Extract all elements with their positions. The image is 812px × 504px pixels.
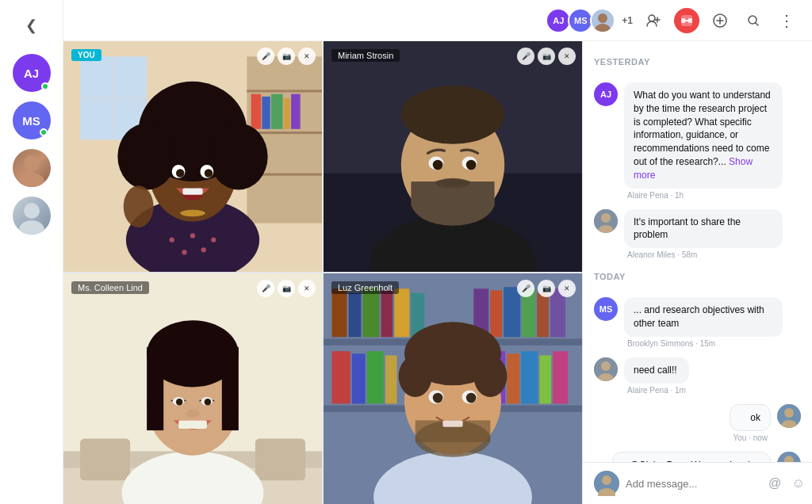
cam-ctrl[interactable]: 📷 [278,280,295,297]
msg-meta-ok: You · now [730,433,771,442]
msg-content-ok: ok You · now [730,404,771,443]
svg-point-55 [466,160,477,170]
header: AJ MS +1 [63,0,812,41]
svg-point-2 [24,203,40,219]
svg-rect-19 [271,94,283,129]
message-input[interactable] [626,478,759,490]
msg-content-need-call: need call!! Alaire Pena · 1m [624,357,689,395]
svg-point-103 [399,355,432,397]
mic-ctrl[interactable]: 🎤 [517,280,534,297]
svg-point-37 [180,210,205,216]
search-button[interactable] [741,8,766,33]
svg-rect-80 [362,287,379,337]
you-badge: YOU [71,49,102,61]
svg-rect-60 [80,439,130,481]
svg-point-29 [117,123,176,189]
msg-avatar-ms: MS [594,297,618,321]
msg-content-ms: ... and research objectives with other t… [624,297,783,348]
cam-ctrl[interactable]: 📷 [538,280,555,297]
screen-share-button[interactable] [707,8,733,33]
svg-point-5 [595,24,611,32]
svg-rect-98 [553,351,568,403]
end-call-button[interactable] [674,8,699,33]
chat-input-icons: @ ☺ [765,474,812,493]
sidebar-item-ms[interactable]: MS [13,101,51,139]
svg-rect-88 [537,293,549,338]
sidebar-item-user3[interactable] [13,149,51,187]
message-eleanor: It's important to share the problem Alea… [594,209,801,260]
svg-rect-72 [178,420,207,429]
msg-meta-ms: Brooklyn Simmons · 15m [624,339,783,348]
svg-point-113 [601,213,611,223]
participant-name-colleen: Ms. Colleen Lind [71,281,149,294]
svg-rect-14 [247,90,322,92]
close-ctrl[interactable]: ✕ [298,48,316,65]
cell-controls-luz: 🎤 📷 ✕ [517,280,576,297]
video-cell-you: YOU 🎤 📷 ✕ [63,41,322,272]
msg-content-aj: What do you want to understand by the ti… [624,82,783,200]
svg-point-73 [186,410,200,418]
message-planning: @Claire Pena We are planning a video cal… [594,452,801,462]
svg-point-39 [190,233,195,238]
msg-bubble-eleanor: It's important to share the problem [624,209,783,249]
sidebar-item-user4[interactable] [13,197,51,235]
msg-meta-eleanor: Aleanor Miles · 58m [624,250,783,259]
svg-point-43 [124,185,154,227]
svg-rect-111 [442,420,462,426]
close-ctrl[interactable]: ✕ [558,280,576,297]
svg-rect-21 [291,94,301,129]
svg-rect-90 [332,351,350,403]
svg-point-3 [19,220,44,235]
svg-point-41 [182,250,186,254]
svg-point-33 [176,169,185,178]
user3-avatar [13,149,51,187]
svg-point-42 [201,247,206,252]
cam-ctrl[interactable]: 📷 [538,48,555,65]
mic-ctrl[interactable]: 🎤 [257,48,274,65]
svg-point-4 [598,13,607,23]
close-ctrl[interactable]: ✕ [298,280,316,297]
mention-button[interactable]: @ [765,474,784,493]
svg-rect-81 [381,290,393,337]
video-grid: YOU 🎤 📷 ✕ [63,41,582,504]
emoji-button[interactable]: ☺ [789,474,808,493]
cell-controls-colleen: 🎤 📷 ✕ [257,280,316,297]
svg-rect-93 [385,355,397,403]
svg-rect-78 [332,288,347,337]
main-area: AJ MS +1 [63,0,812,504]
msg-content-planning: @Claire Pena We are planning a video cal… [612,452,771,462]
video-chat-area: YOU 🎤 📷 ✕ [63,41,812,504]
header-avatar-photo[interactable] [590,8,615,33]
msg-bubble-ms: ... and research objectives with other t… [624,297,783,337]
svg-rect-61 [255,439,305,481]
cam-ctrl[interactable]: 📷 [278,48,295,65]
svg-point-119 [784,408,794,418]
svg-rect-91 [352,353,366,403]
show-more-link[interactable]: Show more [634,156,753,181]
sidebar-item-aj[interactable]: AJ [13,54,51,92]
collapse-button[interactable]: ❮ [19,13,44,38]
day-label-today: TODAY [594,272,801,281]
svg-rect-92 [367,351,384,403]
add-people-button[interactable] [641,8,666,33]
svg-rect-20 [284,98,290,129]
chat-messages: YESTERDAY AJ What do you want to underst… [583,41,812,462]
svg-point-54 [433,160,443,170]
msg-avatar-eleanor [594,209,618,233]
message-ms: MS ... and research objectives with othe… [594,297,801,348]
chat-panel: YESTERDAY AJ What do you want to underst… [582,41,812,504]
video-cell-luz: Luz Greenholt 🎤 📷 ✕ [324,273,582,504]
svg-point-0 [24,155,40,171]
mic-ctrl[interactable]: 🎤 [257,280,274,297]
msg-content-eleanor: It's important to share the problem Alea… [624,209,783,260]
day-label-yesterday: YESTERDAY [594,57,801,67]
mic-ctrl[interactable]: 🎤 [517,48,534,65]
msg-avatar-alaire [594,357,618,381]
more-options-button[interactable]: ⋮ [774,8,799,33]
online-indicator [40,128,48,136]
message-need-call: need call!! Alaire Pena · 1m [594,357,801,395]
close-ctrl[interactable]: ✕ [558,48,576,65]
msg-avatar-aj: AJ [594,82,618,106]
msg-bubble-ok: ok [730,404,771,432]
svg-point-6 [649,15,655,21]
